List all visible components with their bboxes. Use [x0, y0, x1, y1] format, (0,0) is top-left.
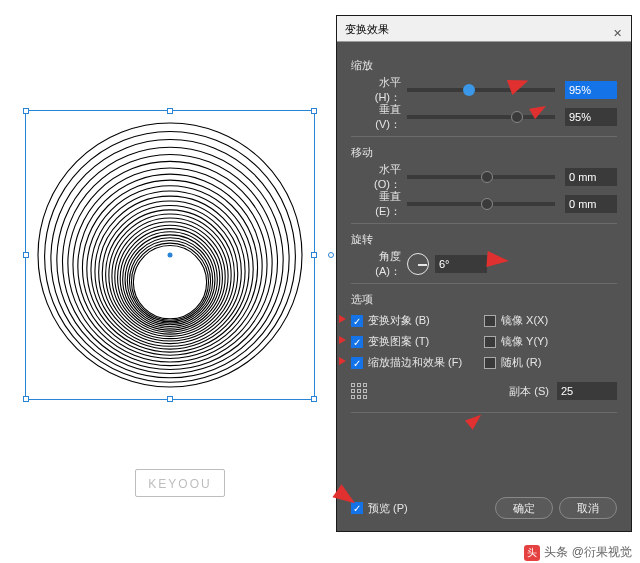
close-icon[interactable]: ✕	[609, 20, 625, 36]
handle-bottom-left[interactable]	[23, 396, 29, 402]
transform-effect-dialog: 变换效果 ✕ 缩放 水平 (H)： 垂直 (V)： 移动 水平 (O)： 垂直 …	[336, 15, 632, 532]
scale-horizontal-input[interactable]	[565, 81, 617, 99]
handle-left[interactable]	[23, 252, 29, 258]
svg-point-3	[57, 147, 283, 373]
opt-transform-objects[interactable]: 变换对象 (B)	[351, 313, 484, 328]
scale-horizontal-label: 水平 (H)：	[351, 75, 407, 105]
move-horizontal-label: 水平 (O)：	[351, 162, 407, 192]
canvas-area: KEYOOU	[0, 15, 335, 545]
move-vertical-input[interactable]	[565, 195, 617, 213]
preview-checkbox[interactable]: 预览 (P)	[351, 501, 408, 516]
move-horizontal-input[interactable]	[565, 168, 617, 186]
opt-mirror-y[interactable]: 镜像 Y(Y)	[484, 334, 617, 349]
divider	[351, 283, 617, 284]
move-vertical-slider[interactable]	[407, 202, 555, 206]
dialog-title-bar[interactable]: 变换效果 ✕	[337, 16, 631, 42]
handle-top-left[interactable]	[23, 108, 29, 114]
handle-top-right[interactable]	[311, 108, 317, 114]
copies-label: 副本 (S)	[509, 384, 549, 399]
cancel-button[interactable]: 取消	[559, 497, 617, 519]
rotate-group-label: 旋转	[351, 232, 617, 247]
center-anchor	[168, 253, 173, 258]
scale-vertical-label: 垂直 (V)：	[351, 102, 407, 132]
handle-right[interactable]	[311, 252, 317, 258]
svg-point-4	[62, 154, 277, 369]
options-group-label: 选项	[351, 292, 617, 307]
move-group-label: 移动	[351, 145, 617, 160]
watermark-badge: KEYOOU	[135, 469, 225, 497]
copies-input[interactable]	[557, 382, 617, 400]
svg-point-6	[73, 168, 267, 362]
svg-point-21	[125, 235, 215, 325]
handle-right-outer[interactable]	[328, 252, 334, 258]
move-horizontal-slider[interactable]	[407, 175, 555, 179]
handle-bottom[interactable]	[167, 396, 173, 402]
rotate-angle-label: 角度 (A)：	[351, 249, 407, 279]
svg-point-8	[82, 180, 257, 355]
dialog-title: 变换效果	[345, 23, 389, 35]
handle-bottom-right[interactable]	[311, 396, 317, 402]
svg-point-2	[51, 140, 289, 378]
svg-point-7	[78, 174, 262, 358]
scale-vertical-input[interactable]	[565, 108, 617, 126]
svg-point-5	[68, 161, 272, 365]
svg-point-22	[127, 238, 212, 323]
opt-mirror-x[interactable]: 镜像 X(X)	[484, 313, 617, 328]
selection-frame[interactable]	[25, 110, 315, 400]
scale-horizontal-slider[interactable]	[407, 88, 555, 92]
attribution: 头 头条 @衍果视觉	[524, 544, 632, 561]
opt-transform-patterns[interactable]: 变换图案 (T)	[351, 334, 484, 349]
angle-dial-icon[interactable]	[407, 253, 429, 275]
annotation-arrow-icon	[486, 251, 509, 269]
svg-point-9	[87, 186, 253, 352]
ok-button[interactable]: 确定	[495, 497, 553, 519]
registration-point-icon[interactable]	[351, 383, 367, 399]
divider	[351, 412, 617, 413]
toutiao-icon: 头	[524, 545, 540, 561]
scale-group-label: 缩放	[351, 58, 617, 73]
opt-random[interactable]: 随机 (R)	[484, 355, 617, 370]
divider	[351, 136, 617, 137]
handle-top[interactable]	[167, 108, 173, 114]
annotation-arrow-icon	[465, 410, 485, 429]
move-vertical-label: 垂直 (E)：	[351, 189, 407, 219]
divider	[351, 223, 617, 224]
rotate-angle-input[interactable]	[435, 255, 487, 273]
opt-scale-strokes-effects[interactable]: 缩放描边和效果 (F)	[351, 355, 484, 370]
